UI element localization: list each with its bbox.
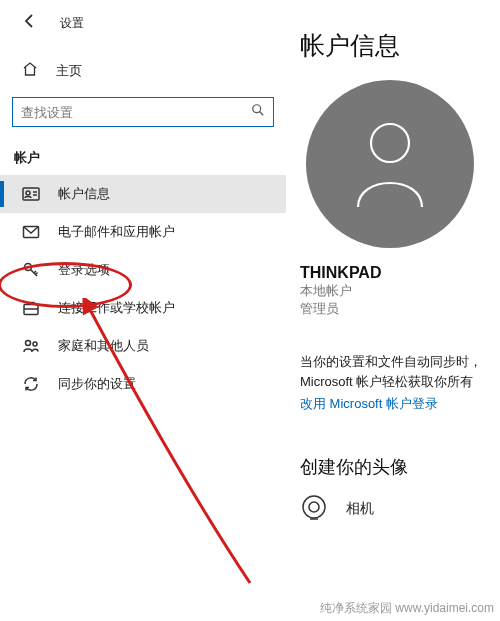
account-type: 本地帐户 [300,282,500,300]
home-label: 主页 [56,62,82,80]
briefcase-icon [22,299,40,317]
svg-point-10 [309,502,319,512]
sync-text-line2: Microsoft 帐户轻松获取你所有 [300,374,473,389]
page-title: 帐户信息 [300,29,500,62]
svg-point-2 [26,191,30,195]
nav-label: 帐户信息 [58,185,110,203]
home-icon [22,61,38,81]
nav-label: 电子邮件和应用帐户 [58,223,175,241]
section-header: 帐户 [0,127,286,175]
home-row[interactable]: 主页 [0,53,286,89]
nav-label: 连接工作或学校帐户 [58,299,175,317]
nav-label: 登录选项 [58,261,110,279]
svg-point-9 [303,496,325,518]
nav-label: 家庭和其他人员 [58,337,149,355]
back-icon[interactable] [22,13,38,33]
svg-point-6 [26,341,31,346]
svg-rect-1 [23,188,39,200]
id-card-icon [22,185,40,203]
camera-icon [300,493,328,525]
username: THINKPAD [300,264,500,282]
sync-icon [22,375,40,393]
create-avatar-heading: 创建你的头像 [300,455,500,479]
mail-icon [22,223,40,241]
avatar [306,80,474,248]
key-icon [22,261,40,279]
search-input[interactable] [21,105,251,120]
sync-description: 当你的设置和文件自动同步时， Microsoft 帐户轻松获取你所有 [300,352,500,391]
svg-point-8 [371,124,409,162]
watermark: 纯净系统家园 www.yidaimei.com [320,600,494,617]
search-icon [251,103,265,121]
svg-point-0 [253,105,261,113]
nav-label: 同步你的设置 [58,375,136,393]
camera-label: 相机 [346,500,374,518]
nav-item-family[interactable]: 家庭和其他人员 [0,327,286,365]
nav-item-email[interactable]: 电子邮件和应用帐户 [0,213,286,251]
nav-item-sync[interactable]: 同步你的设置 [0,365,286,403]
svg-point-4 [25,264,32,271]
account-role: 管理员 [300,300,500,318]
sync-text-line1: 当你的设置和文件自动同步时， [300,354,482,369]
switch-ms-account-link[interactable]: 改用 Microsoft 帐户登录 [300,395,500,413]
svg-point-7 [33,342,37,346]
nav-item-signin-options[interactable]: 登录选项 [0,251,286,289]
nav-item-work-school[interactable]: 连接工作或学校帐户 [0,289,286,327]
nav-item-account-info[interactable]: 帐户信息 [0,175,286,213]
search-box[interactable] [12,97,274,127]
nav-list: 帐户信息 电子邮件和应用帐户 登录选项 连接工作或学校帐户 家庭和其他人员 [0,175,286,403]
app-title: 设置 [60,15,84,32]
people-icon [22,337,40,355]
camera-row[interactable]: 相机 [300,493,500,525]
